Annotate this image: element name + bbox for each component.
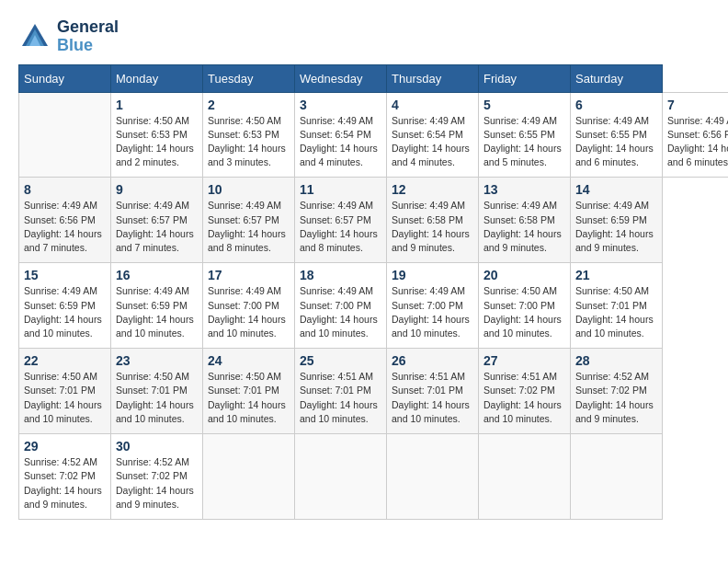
daylight-label: Daylight: 14 hoursand 6 minutes.: [575, 143, 654, 167]
day-info: Sunrise: 4:49 AM Sunset: 6:58 PM Dayligh…: [392, 199, 473, 255]
calendar-cell: 7 Sunrise: 4:49 AM Sunset: 6:56 PM Dayli…: [663, 92, 729, 178]
calendar-cell: 17 Sunrise: 4:49 AM Sunset: 7:00 PM Dayl…: [203, 263, 295, 349]
sunrise-label: Sunrise: 4:50 AM: [483, 285, 557, 296]
sunrise-label: Sunrise: 4:52 AM: [575, 371, 649, 382]
sunset-label: Sunset: 7:00 PM: [208, 300, 279, 311]
logo-text: General Blue: [57, 18, 119, 55]
day-number: 16: [116, 268, 198, 282]
day-info: Sunrise: 4:49 AM Sunset: 6:58 PM Dayligh…: [483, 199, 565, 255]
day-number: 11: [300, 182, 381, 197]
day-number: 14: [575, 182, 657, 197]
sunrise-label: Sunrise: 4:50 AM: [208, 115, 281, 126]
daylight-label: Daylight: 14 hoursand 6 minutes.: [667, 143, 728, 167]
sunset-label: Sunset: 7:01 PM: [208, 385, 279, 396]
day-number: 15: [24, 268, 106, 282]
day-info: Sunrise: 4:50 AM Sunset: 7:01 PM Dayligh…: [575, 284, 657, 340]
day-number: 8: [24, 182, 106, 197]
sunrise-label: Sunrise: 4:50 AM: [575, 285, 649, 296]
calendar-cell: 16 Sunrise: 4:49 AM Sunset: 6:59 PM Dayl…: [111, 263, 203, 349]
calendar-week-row: 22 Sunrise: 4:50 AM Sunset: 7:01 PM Dayl…: [19, 349, 729, 434]
day-number: 27: [483, 353, 565, 368]
day-info: Sunrise: 4:49 AM Sunset: 7:00 PM Dayligh…: [392, 284, 473, 340]
day-info: Sunrise: 4:50 AM Sunset: 7:01 PM Dayligh…: [208, 370, 290, 426]
calendar-cell: 13 Sunrise: 4:49 AM Sunset: 6:58 PM Dayl…: [479, 178, 571, 263]
daylight-label: Daylight: 14 hoursand 10 minutes.: [208, 399, 286, 424]
day-info: Sunrise: 4:49 AM Sunset: 6:57 PM Dayligh…: [116, 199, 198, 255]
weekday-header-thursday: Thursday: [387, 64, 479, 92]
daylight-label: Daylight: 14 hoursand 9 minutes.: [483, 228, 562, 253]
weekday-header-sunday: Sunday: [19, 64, 111, 92]
calendar-cell: [571, 434, 663, 520]
sunrise-label: Sunrise: 4:49 AM: [667, 115, 728, 126]
page-header: General Blue: [18, 18, 710, 55]
calendar-week-row: 1 Sunrise: 4:50 AM Sunset: 6:53 PM Dayli…: [19, 92, 729, 178]
sunrise-label: Sunrise: 4:49 AM: [392, 200, 465, 211]
day-info: Sunrise: 4:49 AM Sunset: 6:54 PM Dayligh…: [300, 114, 381, 170]
sunset-label: Sunset: 6:54 PM: [392, 129, 463, 140]
daylight-label: Daylight: 14 hoursand 10 minutes.: [392, 314, 470, 339]
day-number: 7: [667, 98, 728, 112]
day-number: 25: [300, 353, 381, 368]
calendar-cell: 21 Sunrise: 4:50 AM Sunset: 7:01 PM Dayl…: [571, 263, 663, 349]
calendar-cell: 20 Sunrise: 4:50 AM Sunset: 7:00 PM Dayl…: [479, 263, 571, 349]
day-number: 28: [575, 353, 657, 368]
sunset-label: Sunset: 6:57 PM: [116, 214, 188, 225]
sunset-label: Sunset: 6:53 PM: [208, 129, 279, 140]
calendar-cell: 8 Sunrise: 4:49 AM Sunset: 6:56 PM Dayli…: [19, 178, 111, 263]
calendar-cell: 12 Sunrise: 4:49 AM Sunset: 6:58 PM Dayl…: [387, 178, 479, 263]
sunset-label: Sunset: 6:55 PM: [575, 129, 647, 140]
calendar-cell: 24 Sunrise: 4:50 AM Sunset: 7:01 PM Dayl…: [203, 349, 295, 434]
day-info: Sunrise: 4:49 AM Sunset: 6:55 PM Dayligh…: [575, 114, 657, 170]
day-info: Sunrise: 4:49 AM Sunset: 6:59 PM Dayligh…: [116, 284, 198, 340]
calendar-cell: 1 Sunrise: 4:50 AM Sunset: 6:53 PM Dayli…: [111, 92, 203, 178]
day-number: 13: [483, 182, 565, 197]
sunrise-label: Sunrise: 4:49 AM: [300, 115, 373, 126]
day-info: Sunrise: 4:49 AM Sunset: 6:56 PM Dayligh…: [24, 199, 106, 255]
sunset-label: Sunset: 6:56 PM: [667, 129, 728, 140]
daylight-label: Daylight: 14 hoursand 8 minutes.: [208, 228, 286, 253]
sunrise-label: Sunrise: 4:49 AM: [483, 200, 557, 211]
weekday-header-row: SundayMondayTuesdayWednesdayThursdayFrid…: [19, 64, 729, 92]
daylight-label: Daylight: 14 hoursand 9 minutes.: [116, 485, 194, 510]
day-number: 5: [483, 98, 565, 112]
calendar-cell: 6 Sunrise: 4:49 AM Sunset: 6:55 PM Dayli…: [571, 92, 663, 178]
sunset-label: Sunset: 6:53 PM: [116, 129, 188, 140]
day-number: 19: [392, 268, 473, 282]
calendar-cell: 19 Sunrise: 4:49 AM Sunset: 7:00 PM Dayl…: [387, 263, 479, 349]
day-info: Sunrise: 4:49 AM Sunset: 6:57 PM Dayligh…: [300, 199, 381, 255]
weekday-header-friday: Friday: [479, 64, 571, 92]
daylight-label: Daylight: 14 hoursand 10 minutes.: [300, 399, 378, 424]
day-number: 17: [208, 268, 290, 282]
sunrise-label: Sunrise: 4:51 AM: [392, 371, 465, 382]
daylight-label: Daylight: 14 hoursand 10 minutes.: [300, 314, 378, 339]
sunrise-label: Sunrise: 4:49 AM: [208, 200, 281, 211]
day-number: 2: [208, 98, 290, 112]
calendar-cell: 29 Sunrise: 4:52 AM Sunset: 7:02 PM Dayl…: [19, 434, 111, 520]
sunrise-label: Sunrise: 4:50 AM: [116, 371, 189, 382]
calendar-cell: 27 Sunrise: 4:51 AM Sunset: 7:02 PM Dayl…: [479, 349, 571, 434]
daylight-label: Daylight: 14 hoursand 7 minutes.: [116, 228, 194, 253]
day-info: Sunrise: 4:50 AM Sunset: 7:01 PM Dayligh…: [24, 370, 106, 426]
day-number: 22: [24, 353, 106, 368]
daylight-label: Daylight: 14 hoursand 8 minutes.: [300, 228, 378, 253]
daylight-label: Daylight: 14 hoursand 10 minutes.: [483, 399, 562, 424]
day-info: Sunrise: 4:49 AM Sunset: 6:55 PM Dayligh…: [483, 114, 565, 170]
daylight-label: Daylight: 14 hoursand 2 minutes.: [116, 143, 194, 167]
calendar-week-row: 15 Sunrise: 4:49 AM Sunset: 6:59 PM Dayl…: [19, 263, 729, 349]
day-info: Sunrise: 4:50 AM Sunset: 7:01 PM Dayligh…: [116, 370, 198, 426]
sunrise-label: Sunrise: 4:49 AM: [392, 285, 465, 296]
sunrise-label: Sunrise: 4:50 AM: [208, 371, 281, 382]
sunrise-label: Sunrise: 4:51 AM: [483, 371, 557, 382]
sunset-label: Sunset: 7:00 PM: [483, 300, 555, 311]
sunrise-label: Sunrise: 4:49 AM: [483, 115, 557, 126]
weekday-header-tuesday: Tuesday: [203, 64, 295, 92]
sunset-label: Sunset: 7:02 PM: [116, 470, 188, 481]
sunset-label: Sunset: 7:01 PM: [392, 385, 463, 396]
day-info: Sunrise: 4:52 AM Sunset: 7:02 PM Dayligh…: [575, 370, 657, 426]
calendar-cell: 14 Sunrise: 4:49 AM Sunset: 6:59 PM Dayl…: [571, 178, 663, 263]
day-number: 6: [575, 98, 657, 112]
day-number: 30: [116, 439, 198, 454]
calendar-cell: 30 Sunrise: 4:52 AM Sunset: 7:02 PM Dayl…: [111, 434, 203, 520]
day-number: 4: [392, 98, 473, 112]
sunset-label: Sunset: 7:00 PM: [300, 300, 371, 311]
